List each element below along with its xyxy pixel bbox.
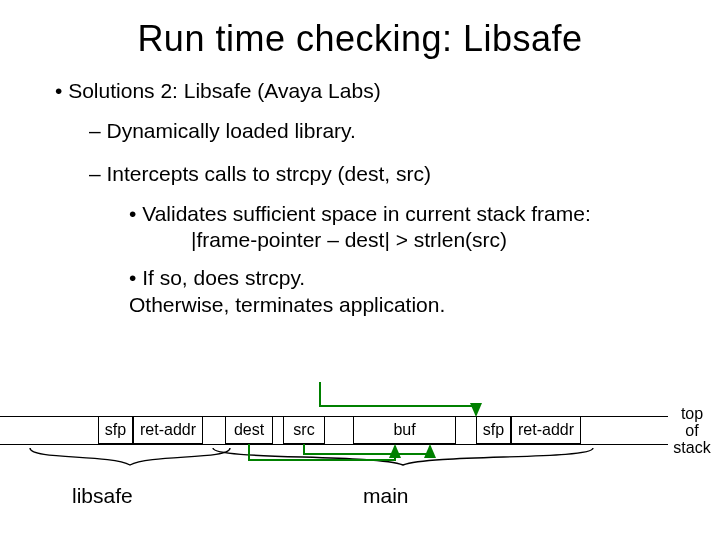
bullet-validates: Validates sufficient space in current st…: [129, 201, 680, 254]
bullet-dynlib: Dynamically loaded library.: [89, 118, 680, 144]
slide: Run time checking: Libsafe Solutions 2: …: [0, 0, 720, 540]
bullet-text: If so, does strcpy.: [142, 266, 305, 289]
bullet-text: Intercepts calls to strcpy (dest, src): [107, 162, 431, 185]
bullet-text: Validates sufficient space in current st…: [142, 202, 591, 225]
bullet-intercepts: Intercepts calls to strcpy (dest, src) V…: [89, 161, 680, 318]
bullet-text: Dynamically loaded library.: [107, 119, 356, 142]
bullet-solutions: Solutions 2: Libsafe (Avaya Labs) Dynami…: [55, 78, 680, 318]
arrows: [0, 402, 720, 532]
bullet-ifso: If so, does strcpy. Otherwise, terminate…: [129, 265, 680, 318]
stack-diagram: sfp ret-addr dest src buf sfp ret-addr t…: [0, 402, 720, 532]
bullet-cont: Otherwise, terminates application.: [129, 292, 680, 318]
bullet-cont: |frame-pointer – dest| > strlen(src): [129, 227, 680, 253]
slide-body: Solutions 2: Libsafe (Avaya Labs) Dynami…: [0, 60, 720, 318]
bullet-text: Solutions 2: Libsafe (Avaya Labs): [68, 79, 380, 102]
slide-title: Run time checking: Libsafe: [0, 0, 720, 60]
